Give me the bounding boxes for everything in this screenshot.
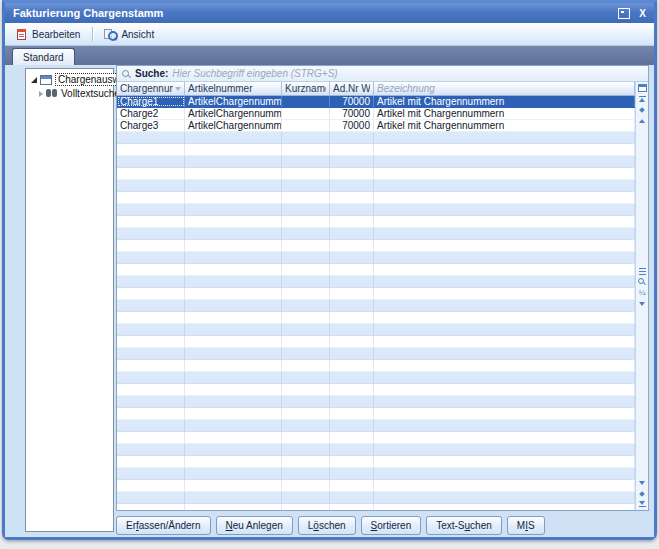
table-cell <box>374 180 635 191</box>
table-cell <box>185 300 282 311</box>
table-row-empty[interactable] <box>117 456 635 468</box>
table-row-empty[interactable] <box>117 132 635 144</box>
table-row-empty[interactable] <box>117 228 635 240</box>
table-row-empty[interactable] <box>117 408 635 420</box>
tree-item-chargenauswahl[interactable]: Chargenauswahl <box>26 72 113 87</box>
toolbar-separator <box>92 27 94 41</box>
scroll-to-top-button[interactable] <box>636 93 648 104</box>
sortieren-button[interactable]: Sortieren <box>361 516 422 535</box>
jump-up-button[interactable] <box>636 104 648 115</box>
table-row-empty[interactable] <box>117 192 635 204</box>
close-icon[interactable]: X <box>639 9 646 18</box>
table-cell <box>117 192 185 203</box>
row-lines-button[interactable] <box>636 266 648 277</box>
table-row-empty[interactable] <box>117 240 635 252</box>
table-row-empty[interactable] <box>117 420 635 432</box>
text-suchen-button[interactable]: Text-Suchen <box>426 516 502 535</box>
table-cell <box>330 240 374 251</box>
table-cell <box>185 360 282 371</box>
column-header-adnr-we[interactable]: Ad.Nr WE <box>330 82 374 95</box>
marker-button[interactable] <box>636 299 648 310</box>
search-input[interactable]: Hier Suchbegriff eingeben (STRG+S) <box>172 68 337 79</box>
window-controls: X <box>618 8 646 19</box>
column-header-bezeichnung[interactable]: Bezeichnung <box>374 82 635 95</box>
table-row-empty[interactable] <box>117 372 635 384</box>
small-triangle-icon <box>639 302 645 306</box>
collapsed-arrow-icon[interactable] <box>39 91 43 97</box>
table-row-empty[interactable] <box>117 432 635 444</box>
table-cell <box>374 216 635 227</box>
table-cell <box>374 156 635 167</box>
column-header-artikelnummer[interactable]: Artikelnummer <box>185 82 282 95</box>
table-row-empty[interactable] <box>117 180 635 192</box>
scroll-down-button[interactable] <box>636 477 648 488</box>
table-row-empty[interactable] <box>117 336 635 348</box>
scroll-to-bottom-button[interactable] <box>636 499 648 510</box>
table-row-empty[interactable] <box>117 348 635 360</box>
table-row-empty[interactable] <box>117 468 635 480</box>
table-cell <box>330 180 374 191</box>
table-cell <box>374 168 635 179</box>
fraction-button[interactable]: ¼ <box>636 288 648 299</box>
table-cell: Artikel mit Chargennummern <box>374 120 635 131</box>
table-row-empty[interactable] <box>117 396 635 408</box>
table-row-empty[interactable] <box>117 168 635 180</box>
table-cell <box>374 432 635 443</box>
table-cell <box>117 456 185 467</box>
grid-zone: Chargennummer Artikelnummer Kurzname Ad.… <box>117 82 648 510</box>
restore-icon[interactable] <box>618 8 630 19</box>
table-cell <box>374 240 635 251</box>
table-row-empty[interactable] <box>117 300 635 312</box>
tab-standard[interactable]: Standard <box>12 48 75 65</box>
column-header-chargennummer[interactable]: Chargennummer <box>117 82 185 95</box>
table-cell <box>330 468 374 479</box>
scroll-up-button[interactable] <box>636 115 648 126</box>
table-cell <box>282 312 330 323</box>
tree-item-volltextsuche[interactable]: Volltextsuche <box>26 87 113 100</box>
table-cell <box>374 252 635 263</box>
loeschen-button[interactable]: Löschen <box>298 516 356 535</box>
view-button[interactable]: Ansicht <box>98 25 162 44</box>
erfassen-aendern-button[interactable]: Erfassen/Ändern <box>116 516 211 535</box>
table-cell <box>117 252 185 263</box>
tab-bar: Standard <box>5 46 654 65</box>
table-cell <box>330 156 374 167</box>
column-chooser-button[interactable] <box>636 82 648 93</box>
table-row-empty[interactable] <box>117 204 635 216</box>
table-cell <box>185 252 282 263</box>
table-row-empty[interactable] <box>117 276 635 288</box>
table-row-empty[interactable] <box>117 360 635 372</box>
table-row-empty[interactable] <box>117 144 635 156</box>
table-row-empty[interactable] <box>117 312 635 324</box>
edit-button[interactable]: Bearbeiten <box>10 25 88 44</box>
search-bar[interactable]: Suche: Hier Suchbegriff eingeben (STRG+S… <box>117 66 648 82</box>
expanded-arrow-icon[interactable] <box>31 77 37 83</box>
table-row-empty[interactable] <box>117 156 635 168</box>
mis-button[interactable]: MIS <box>507 516 545 535</box>
table-row[interactable]: Charge2ArtikelChargennumme70000Artikel m… <box>117 108 635 120</box>
table-row-empty[interactable] <box>117 444 635 456</box>
jump-down-button[interactable] <box>636 488 648 499</box>
table-row-empty[interactable] <box>117 324 635 336</box>
table-row-empty[interactable] <box>117 384 635 396</box>
table-cell <box>282 276 330 287</box>
table-row[interactable]: Charge1ArtikelChargennumme70000Artikel m… <box>117 96 635 108</box>
table-row-empty[interactable] <box>117 252 635 264</box>
table-row-empty[interactable] <box>117 264 635 276</box>
table-row[interactable]: Charge3ArtikelChargennumme70000Artikel m… <box>117 120 635 132</box>
zoom-button[interactable] <box>636 277 648 288</box>
table-cell <box>330 144 374 155</box>
table-cell <box>117 180 185 191</box>
neu-anlegen-button[interactable]: Neu Anlegen <box>216 516 293 535</box>
table-cell <box>330 492 374 503</box>
table-row-empty[interactable] <box>117 480 635 492</box>
table-cell <box>185 228 282 239</box>
table-row-empty[interactable] <box>117 216 635 228</box>
table-row-empty[interactable] <box>117 504 635 510</box>
table-cell <box>117 144 185 155</box>
table-row-empty[interactable] <box>117 288 635 300</box>
table-cell <box>374 360 635 371</box>
column-header-kurzname[interactable]: Kurzname <box>282 82 330 95</box>
table-row-empty[interactable] <box>117 492 635 504</box>
table-cell <box>185 324 282 335</box>
